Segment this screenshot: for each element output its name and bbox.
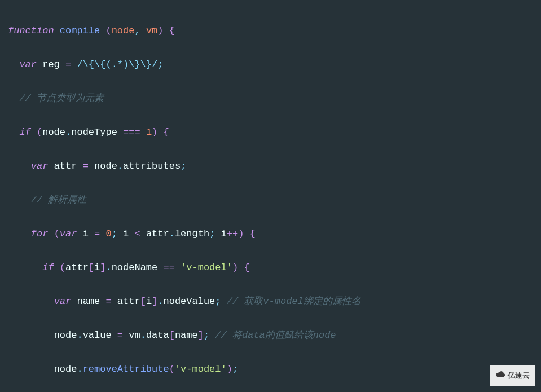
comment: // 解析属性	[31, 195, 87, 205]
cloud-icon	[495, 367, 505, 384]
method: removeAttribute	[83, 364, 169, 375]
identifier: reg	[42, 59, 60, 70]
watermark-badge: 亿速云	[490, 365, 535, 386]
property: length	[175, 228, 209, 239]
property: nodeType	[71, 127, 117, 138]
identifier: vm	[129, 330, 140, 341]
operator: ==	[163, 262, 174, 273]
identifier: i	[123, 228, 129, 239]
code-line: node.removeAttribute('v-model');	[8, 361, 533, 378]
string: 'v-model'	[175, 364, 227, 375]
number: 0	[105, 228, 111, 239]
code-line: // 节点类型为元素	[8, 90, 533, 107]
code-block: function compile (node, vm) { var reg = …	[8, 6, 533, 392]
keyword-var: var	[60, 228, 77, 239]
code-line: // 解析属性	[8, 192, 533, 209]
comment: // 节点类型为元素	[19, 93, 104, 104]
watermark-text: 亿速云	[508, 367, 530, 384]
identifier: node	[42, 127, 65, 138]
identifier: i	[94, 262, 100, 273]
code-line: if (attr[i].nodeName == 'v-model') {	[8, 259, 533, 276]
number: 1	[146, 127, 152, 138]
code-line: var attr = node.attributes;	[8, 158, 533, 175]
identifier: attr	[54, 161, 77, 171]
identifier: node	[54, 330, 77, 341]
keyword-var: var	[54, 296, 72, 307]
code-line: var name = attr[i].nodeValue; // 获取v-mod…	[8, 293, 533, 310]
identifier: attr	[146, 228, 169, 239]
param-vm: vm	[146, 25, 157, 36]
property: attributes	[123, 161, 181, 171]
keyword-var: var	[31, 161, 49, 171]
identifier: node	[54, 364, 77, 375]
identifier: name	[175, 330, 198, 341]
identifier: node	[94, 161, 117, 171]
code-line: node.value = vm.data[name]; // 将data的值赋给…	[8, 327, 533, 344]
property: value	[83, 330, 112, 341]
keyword-if: if	[19, 127, 30, 138]
comment: // 获取v-model绑定的属性名	[227, 296, 361, 307]
code-line: if (node.nodeType === 1) {	[8, 124, 533, 141]
string: 'v-model'	[181, 262, 232, 273]
operator: ===	[123, 127, 140, 138]
property: data	[146, 330, 169, 341]
identifier: i	[146, 296, 152, 307]
keyword-for: for	[31, 228, 49, 239]
comment: // 将data的值赋给该node	[215, 330, 336, 341]
regex-literal: /\{\{(.*)\}\}/	[77, 59, 157, 70]
keyword-var: var	[19, 59, 37, 70]
identifier: i	[83, 228, 89, 239]
param-node: node	[112, 25, 135, 36]
keyword-if: if	[42, 262, 54, 273]
identifier: i	[221, 228, 227, 239]
property: nodeValue	[163, 296, 215, 307]
property: nodeName	[112, 262, 158, 273]
code-line: var reg = /\{\{(.*)\}\}/;	[8, 56, 533, 73]
identifier: attr	[65, 262, 89, 273]
identifier: name	[77, 296, 100, 307]
function-name: compile	[60, 25, 100, 36]
code-line: for (var i = 0; i < attr.length; i++) {	[8, 226, 533, 243]
identifier: attr	[117, 296, 140, 307]
code-line: function compile (node, vm) {	[8, 23, 533, 39]
keyword-function: function	[8, 25, 54, 36]
